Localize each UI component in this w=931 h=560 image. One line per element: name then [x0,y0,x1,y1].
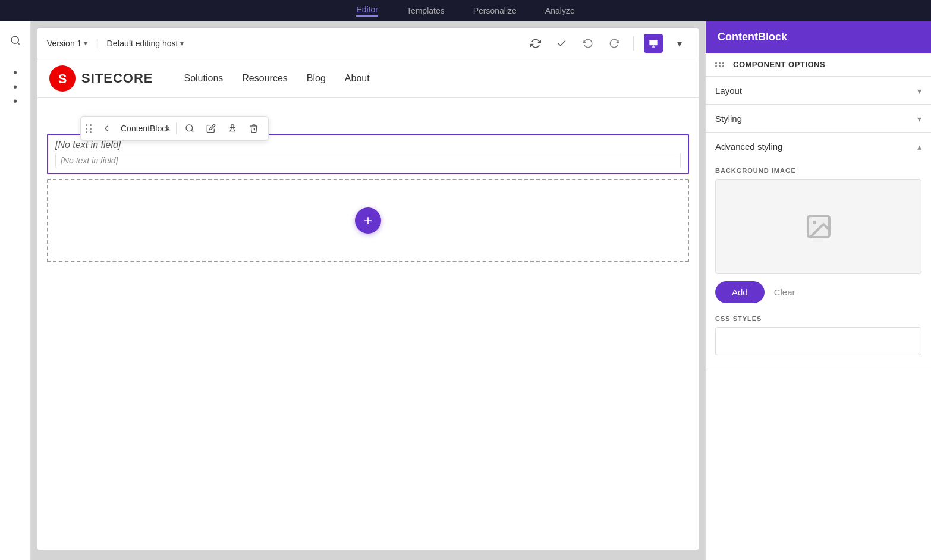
site-logo: S SITECORE [49,65,153,92]
nav-analyze[interactable]: Analyze [545,6,575,15]
preview-button[interactable] [644,34,663,53]
layout-chevron-icon: ▾ [917,86,921,96]
svg-rect-2 [649,40,657,45]
css-styles-input[interactable] [715,327,921,355]
nav-editor[interactable]: Editor [356,5,378,17]
editor-frame: Version 1 ▾ | Default editing host ▾ [37,27,699,550]
advanced-styling-label: Advanced styling [715,141,917,152]
search-icon[interactable] [6,31,25,50]
styling-label: Styling [715,114,917,124]
component-options-header[interactable]: COMPONENT OPTIONS [706,53,931,76]
image-placeholder-icon [804,212,833,241]
refresh-button[interactable] [526,34,545,53]
css-styles-label: CSS STYLES [715,315,921,322]
svg-text:S: S [58,71,67,86]
nav-blog[interactable]: Blog [307,73,326,84]
editor-area: Version 1 ▾ | Default editing host ▾ [31,21,705,560]
right-panel: ContentBlock COMPONENT OPTIONS Layout ▾ [705,21,931,560]
svg-line-1 [17,42,19,44]
layout-section: Layout ▾ [706,77,931,105]
right-panel-title: ContentBlock [718,31,787,43]
advanced-styling-row[interactable]: Advanced styling ▴ [706,133,931,160]
svg-point-0 [11,36,18,43]
flask-button[interactable] [223,119,242,138]
right-panel-header: ContentBlock [706,21,931,53]
toolbar-divider [176,122,177,134]
background-image-actions: Add Clear [715,281,921,303]
add-component-button[interactable]: + [355,207,381,234]
options-grid-icon [715,62,725,67]
secondary-no-text[interactable]: [No text in field] [55,153,681,168]
styling-row[interactable]: Styling ▾ [706,105,931,132]
drop-zone[interactable]: + [47,179,689,262]
advanced-styling-section: Advanced styling ▴ BACKGROUND IMAGE Add … [706,133,931,370]
svg-point-7 [186,125,193,131]
check-button[interactable] [552,34,571,53]
host-chevron-icon: ▾ [180,39,184,48]
component-options-section: COMPONENT OPTIONS [706,53,931,77]
styling-section: Styling ▾ [706,105,931,133]
more-options[interactable]: • • • [13,67,17,107]
toolbar-separator [633,36,634,51]
undo-button[interactable] [578,34,597,53]
redo-button[interactable] [605,34,624,53]
advanced-styling-chevron-icon: ▴ [917,142,921,152]
nav-personalize[interactable]: Personalize [473,6,517,15]
left-sidebar: • • • [0,21,31,560]
site-navigation: S SITECORE Solutions Resources Blog Abou… [37,59,699,98]
add-image-button[interactable]: Add [715,281,765,303]
version-chevron-icon: ▾ [84,39,87,48]
edit-button[interactable] [202,119,221,138]
search-in-block-button[interactable] [180,119,199,138]
content-block-toolbar: ContentBlock [80,116,269,141]
nav-templates[interactable]: Templates [407,6,445,15]
styling-chevron-icon: ▾ [917,114,921,124]
svg-line-8 [191,130,193,132]
nav-about[interactable]: About [345,73,370,84]
sitecore-logo-icon: S [49,65,76,92]
delete-button[interactable] [244,119,263,138]
version-selector[interactable]: Version 1 ▾ [47,39,87,48]
component-options-label: COMPONENT OPTIONS [733,60,921,69]
primary-no-text[interactable]: [No text in field] [55,140,681,150]
background-image-preview [715,179,921,274]
content-block-name: ContentBlock [121,124,170,133]
layout-row[interactable]: Layout ▾ [706,77,931,104]
layout-label: Layout [715,86,917,96]
drag-handle[interactable] [86,124,92,133]
host-selector[interactable]: Default editing host ▾ [107,39,184,48]
background-image-label: BACKGROUND IMAGE [715,167,921,174]
editor-toolbar: Version 1 ▾ | Default editing host ▾ [37,28,699,59]
nav-solutions[interactable]: Solutions [184,73,223,84]
navigate-up-button[interactable] [97,119,116,138]
nav-resources[interactable]: Resources [242,73,287,84]
more-toolbar-options[interactable]: ▾ [670,34,689,53]
site-logo-text: SITECORE [81,71,153,86]
clear-image-button[interactable]: Clear [774,287,795,297]
advanced-styling-content: BACKGROUND IMAGE Add Clear CSS STYLES [706,160,931,370]
svg-point-11 [813,221,816,224]
